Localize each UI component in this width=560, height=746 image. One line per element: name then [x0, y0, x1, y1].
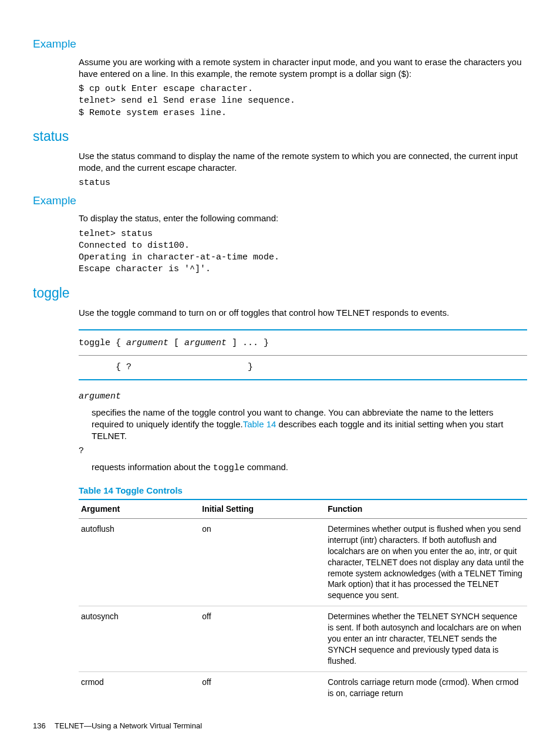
table-cell-function: Controls carriage return mode (crmod). W…: [325, 671, 527, 703]
chapter-title: TELNET—Using a Network Virtual Terminal: [55, 721, 202, 730]
section-example-2: Example To display the status, enter the…: [33, 193, 527, 276]
example-paragraph: Assume you are working with a remote sys…: [79, 56, 527, 80]
status-code-block: status: [79, 177, 527, 189]
example2-paragraph: To display the status, enter the followi…: [79, 212, 527, 224]
page-footer: 136 TELNET—Using a Network Virtual Termi…: [33, 721, 527, 731]
table-cell-initial: off: [200, 671, 325, 703]
page-number: 136: [33, 721, 46, 730]
syntax-line-1: toggle { argument [ argument ] ... }: [79, 338, 269, 348]
toggle-heading: toggle: [33, 284, 527, 302]
question-term: ?: [79, 445, 527, 457]
section-toggle: toggle Use the toggle command to turn on…: [33, 284, 527, 474]
status-heading: status: [33, 127, 527, 146]
example2-code-block: telnet> status Connected to dist100. Ope…: [79, 228, 527, 276]
table-title: Table 14 Toggle Controls: [79, 485, 527, 497]
status-paragraph: Use the status command to display the na…: [79, 150, 527, 174]
table-cell-function: Determines whether the TELNET SYNCH sequ…: [325, 606, 527, 671]
argument-term: argument: [79, 391, 527, 403]
table-14-link[interactable]: Table 14: [243, 419, 276, 429]
section-example-1: Example Assume you are working with a re…: [33, 36, 527, 119]
argument-description: specifies the name of the toggle control…: [92, 407, 527, 443]
section-status: status Use the status command to display…: [33, 127, 527, 190]
table-cell-initial: off: [200, 606, 325, 671]
syntax-line-2: { ? }: [79, 356, 527, 379]
example2-heading: Example: [33, 193, 527, 208]
question-description: requests information about the toggle co…: [92, 461, 527, 474]
table-cell-argument: autosynch: [79, 606, 200, 671]
table-cell-argument: autoflush: [79, 519, 200, 606]
table-header-initial-setting: Initial Setting: [200, 499, 325, 518]
toggle-paragraph: Use the toggle command to turn on or off…: [79, 307, 527, 319]
example-heading: Example: [33, 36, 527, 52]
table-row: crmod off Controls carriage return mode …: [79, 671, 527, 703]
toggle-syntax-box: toggle { argument [ argument ] ... } { ?…: [79, 329, 527, 381]
example-code-block: $ cp outk Enter escape character. telnet…: [79, 83, 527, 119]
toggle-controls-table: Argument Initial Setting Function autofl…: [79, 499, 527, 703]
table-row: autosynch off Determines whether the TEL…: [79, 606, 527, 671]
table-cell-argument: crmod: [79, 671, 200, 703]
table-row: autoflush on Determines whether output i…: [79, 519, 527, 606]
table-cell-initial: on: [200, 519, 325, 606]
table-cell-function: Determines whether output is flushed whe…: [325, 519, 527, 606]
table-header-argument: Argument: [79, 499, 200, 518]
table-header-function: Function: [325, 499, 527, 518]
